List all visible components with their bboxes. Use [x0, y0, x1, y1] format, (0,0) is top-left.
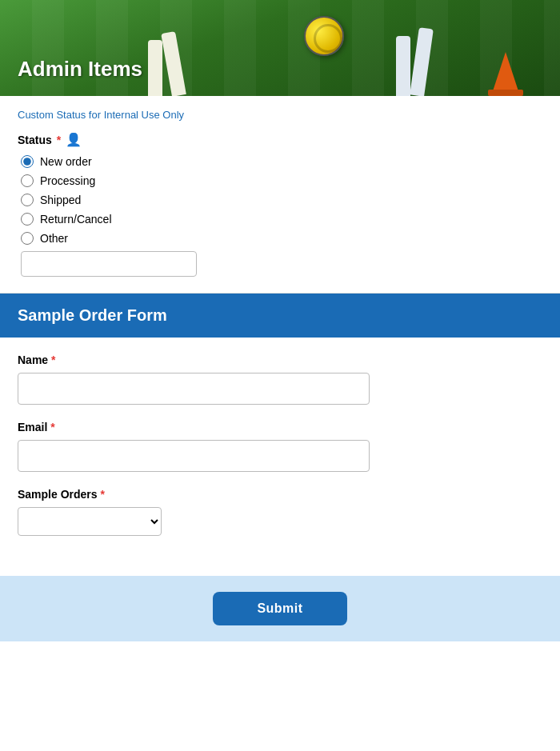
radio-return-cancel-input[interactable]	[21, 213, 34, 226]
admin-section: Custom Status for Internal Use Only Stat…	[0, 96, 560, 294]
form-header: Sample Order Form	[0, 294, 560, 338]
form-title: Sample Order Form	[18, 306, 167, 324]
status-label-text: Status	[18, 134, 52, 146]
email-field-group: Email *	[18, 421, 542, 472]
form-footer: Submit	[0, 576, 560, 641]
form-section: Name * Email * Sample Orders *	[0, 338, 560, 576]
name-input[interactable]	[18, 373, 370, 405]
email-input[interactable]	[18, 440, 370, 472]
radio-new-order-label: New order	[40, 155, 92, 168]
name-field-group: Name *	[18, 354, 542, 405]
player-left-icon	[144, 24, 192, 96]
name-required-star: *	[51, 354, 55, 366]
radio-other-label: Other	[40, 232, 68, 245]
other-text-input[interactable]	[21, 251, 197, 277]
sample-orders-required-star: *	[101, 488, 105, 501]
email-required-star: *	[50, 421, 54, 433]
player-right-icon	[392, 16, 440, 96]
radio-processing-input[interactable]	[21, 174, 34, 187]
cone-icon	[491, 52, 520, 96]
radio-shipped-input[interactable]	[21, 194, 34, 206]
page-title: Admin Items	[18, 57, 142, 82]
soccer-ball-icon	[304, 16, 344, 56]
status-field-label: Status * 👤	[18, 132, 542, 147]
radio-processing[interactable]: Processing	[21, 174, 542, 187]
radio-shipped[interactable]: Shipped	[21, 194, 542, 206]
submit-button[interactable]: Submit	[213, 592, 346, 625]
radio-processing-label: Processing	[40, 174, 95, 187]
sample-orders-select[interactable]	[18, 507, 162, 536]
radio-return-cancel[interactable]: Return/Cancel	[21, 213, 542, 226]
custom-status-note: Custom Status for Internal Use Only	[18, 109, 542, 121]
name-label: Name *	[18, 354, 542, 366]
radio-new-order[interactable]: New order	[21, 155, 542, 168]
radio-new-order-input[interactable]	[21, 155, 34, 168]
radio-return-cancel-label: Return/Cancel	[40, 213, 112, 226]
banner-background	[0, 0, 560, 96]
email-label: Email *	[18, 421, 542, 433]
header-banner: Admin Items	[0, 0, 560, 96]
status-radio-group: New order Processing Shipped Return/Canc…	[21, 155, 542, 245]
sample-orders-field-group: Sample Orders *	[18, 488, 542, 536]
radio-other-input[interactable]	[21, 232, 34, 245]
status-required-star: *	[57, 134, 61, 146]
radio-other[interactable]: Other	[21, 232, 542, 245]
sample-orders-label: Sample Orders *	[18, 488, 542, 501]
person-icon: 👤	[66, 132, 82, 147]
radio-shipped-label: Shipped	[40, 194, 81, 206]
